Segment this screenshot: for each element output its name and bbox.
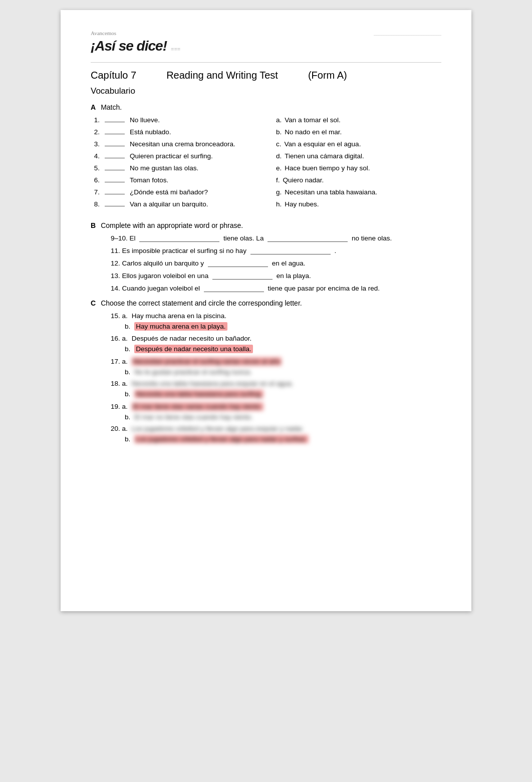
header-top-left: Avancemos xyxy=(91,30,116,36)
item-number: 14. Cuando juegan voleibol el xyxy=(111,285,200,292)
list-item: 6. Toman fotos. xyxy=(91,176,256,184)
list-item: a. Van a tomar el sol. xyxy=(276,116,441,124)
question-group-17: 17. a. Necesitan practicar el surfing va… xyxy=(91,357,441,376)
item-text: Necesitan una tabla hawaiana. xyxy=(285,188,377,196)
item-text: Quieren practicar el surfing. xyxy=(130,152,213,160)
logo-tagline: === xyxy=(171,46,180,54)
blank-12[interactable] xyxy=(208,267,268,267)
header-top: Avancemos ___________________________ xyxy=(91,30,441,36)
item-text: Hace buen tiempo y hay sol. xyxy=(285,164,370,172)
blank-5[interactable] xyxy=(105,170,125,170)
question-number: 20. a. xyxy=(111,425,128,432)
list-item: 20. a. Los jugadores vóleibol y llevan a… xyxy=(111,425,441,432)
blank-4[interactable] xyxy=(105,158,125,158)
question-group-18: 18. a. Necesita una tabla hawaiana para … xyxy=(91,380,441,398)
page: Avancemos ___________________________ ¡A… xyxy=(61,10,471,611)
blank-8[interactable] xyxy=(105,206,125,206)
item-text: en la playa. xyxy=(277,272,311,280)
logo-area: ¡Así se dice! === xyxy=(91,38,441,54)
blank-10[interactable] xyxy=(268,241,348,242)
section-b-header: B Complete with an appropriate word or p… xyxy=(91,221,441,229)
question-group-19: 19. a. El mar tiene olas varias cuando h… xyxy=(91,402,441,421)
option-text-blurred: No le gustan practicar el surfing nunca. xyxy=(134,368,251,376)
item-text: Quiero nadar. xyxy=(283,176,324,184)
blank-6[interactable] xyxy=(105,182,125,182)
list-item: f. Quiero nadar. xyxy=(276,176,441,184)
option-text-blurred-highlighted: Necesitan practicar el surfing varias ve… xyxy=(132,357,282,366)
blank-7[interactable] xyxy=(105,194,125,194)
question-number: 15. a. xyxy=(111,312,128,320)
letter-f: f. xyxy=(276,176,280,184)
question-number: 18. a. xyxy=(111,380,128,387)
question-group-16: 16. a. Después de nadar necesito un baña… xyxy=(91,335,441,353)
list-item: b. Hay mucha arena en la playa. xyxy=(111,322,441,331)
option-text-blurred-highlighted: Necesita una tabla hawaiana para surfing… xyxy=(134,390,263,398)
option-text-blurred: Necesita una tabla hawaiana para esquiar… xyxy=(132,380,294,387)
list-item: 15. a. Hay mucha arena en la piscina. xyxy=(111,312,441,320)
option-text-highlighted: Hay mucha arena en la playa. xyxy=(134,322,227,331)
question-letter: b. xyxy=(125,435,130,443)
option-text-blurred-highlighted: El mar tiene olas varias cuando hay vien… xyxy=(132,402,263,411)
section-c: 15. a. Hay mucha arena en la piscina. b.… xyxy=(91,312,441,443)
blank-3[interactable] xyxy=(105,146,125,146)
list-item: e. Hace buen tiempo y hay sol. xyxy=(276,164,441,172)
list-item: c. Van a esquiar en el agua. xyxy=(276,140,441,148)
section-c-header: C Choose the correct statement and circl… xyxy=(91,299,441,307)
option-text-blurred: Los jugadores vóleibol y llevan algo par… xyxy=(132,425,304,432)
item-number: 13. Ellos jugaron voleibol en una xyxy=(111,272,208,280)
blank-9[interactable] xyxy=(139,241,219,242)
match-columns: 1. No llueve. 2. Está nublado. 3. Necesi… xyxy=(91,116,441,212)
item-text: Van a alquilar un barquito. xyxy=(130,200,208,208)
option-text-blurred-highlighted: Los jugadores vóleibol y llevan algo par… xyxy=(134,435,308,443)
question-letter: b. xyxy=(125,368,130,376)
item-text: Está nublado. xyxy=(130,128,171,136)
letter-e: e. xyxy=(276,164,282,172)
right-column: a. Van a tomar el sol. b. No nado en el … xyxy=(266,116,441,212)
header-top-right: ___________________________ xyxy=(374,30,441,36)
list-item: 4. Quieren practicar el surfing. xyxy=(91,152,256,160)
question-group-15: 15. a. Hay mucha arena en la piscina. b.… xyxy=(91,312,441,331)
option-text: Hay mucha arena en la piscina. xyxy=(132,312,226,320)
item-number: 12. Carlos alquiló un barquito y xyxy=(111,259,204,267)
item-number: 2. xyxy=(91,128,100,136)
test-title: Reading and Writing Test xyxy=(166,70,278,81)
list-item: 18. a. Necesita una tabla hawaiana para … xyxy=(111,380,441,387)
blank-1[interactable] xyxy=(105,122,125,122)
item-number: 9–10. El xyxy=(111,234,136,242)
section-b-instruction: Complete with an appropriate word or phr… xyxy=(101,221,243,229)
item-text: Toman fotos. xyxy=(130,176,168,184)
list-item: 12. Carlos alquiló un barquito y en el a… xyxy=(91,259,441,267)
item-text: Hay nubes. xyxy=(285,200,319,208)
question-letter: b. xyxy=(125,323,130,330)
list-item: 5. No me gustan las olas. xyxy=(91,164,256,172)
form-label: (Form A) xyxy=(308,70,347,81)
item-text: No llueve. xyxy=(130,116,160,124)
question-letter: b. xyxy=(125,413,130,421)
blank-11[interactable] xyxy=(250,254,331,254)
item-text: en el agua. xyxy=(272,259,306,267)
list-item: b. Necesita una tabla hawaiana para surf… xyxy=(111,390,441,398)
question-number: 19. a. xyxy=(111,403,128,410)
chapter-header: Capítulo 7 Reading and Writing Test (For… xyxy=(91,70,441,81)
item-number: 1. xyxy=(91,116,100,124)
blank-2[interactable] xyxy=(105,134,125,134)
question-group-20: 20. a. Los jugadores vóleibol y llevan a… xyxy=(91,425,441,443)
item-text-2: no tiene olas. xyxy=(352,234,392,242)
list-item: 2. Está nublado. xyxy=(91,128,256,136)
question-number: 17. a. xyxy=(111,358,128,365)
section-a-label: A xyxy=(91,103,96,111)
list-item: b. No nado en el mar. xyxy=(276,128,441,136)
list-item: b. Los jugadores vóleibol y llevan algo … xyxy=(111,435,441,443)
letter-b: b. xyxy=(276,128,282,136)
item-number: 6. xyxy=(91,176,100,184)
item-number: 8. xyxy=(91,200,100,208)
question-number: 16. a. xyxy=(111,335,128,342)
item-text: Necesitan una crema bronceadora. xyxy=(130,140,235,148)
list-item: 1. No llueve. xyxy=(91,116,256,124)
list-item: 19. a. El mar tiene olas varias cuando h… xyxy=(111,402,441,411)
blank-14[interactable] xyxy=(204,292,264,292)
question-letter: b. xyxy=(125,390,130,398)
blank-13[interactable] xyxy=(212,279,273,280)
section-b-label: B xyxy=(91,221,96,229)
section-b: 9–10. El tiene olas. La no tiene olas. 1… xyxy=(91,234,441,292)
